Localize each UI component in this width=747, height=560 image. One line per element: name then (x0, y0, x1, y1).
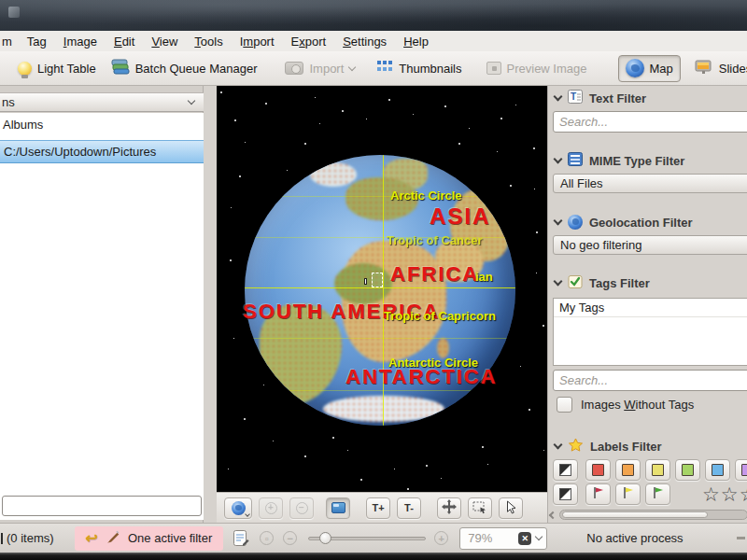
select-region-button[interactable] (468, 497, 492, 519)
chevron-down-icon (188, 97, 195, 105)
preview-image-label: Preview Image (507, 62, 587, 76)
zoom-in-button[interactable]: + (259, 497, 283, 519)
map-label-meridian-fragment: ian (475, 270, 493, 284)
pick-label-rejected-button[interactable] (585, 483, 611, 505)
import-button[interactable]: Import (278, 55, 361, 82)
cut-album-name (1, 533, 3, 544)
thumbnails-increase-button[interactable]: T+ (366, 497, 390, 519)
scroll-left-icon[interactable] (549, 511, 557, 518)
images-without-tags-label: Images Without Tags (581, 398, 694, 412)
labels-filter-scrollbar[interactable] (550, 509, 747, 521)
text-filter-search-input[interactable] (553, 111, 747, 133)
color-label-orange-button[interactable] (615, 459, 641, 481)
pick-label-pending-button[interactable] (615, 483, 641, 505)
zoom-fit-icon[interactable]: ▫ (260, 531, 274, 545)
zoom-out-small-icon[interactable]: − (283, 531, 297, 545)
scrollbar-track[interactable] (559, 510, 747, 520)
active-filter-indicator[interactable]: ↩ One active filter (75, 526, 224, 551)
images-without-tags-checkbox[interactable] (557, 397, 572, 413)
map-view[interactable]: Arctic Circle ASIA Tropic of Cancer AFRI… (217, 86, 547, 492)
equator-line (245, 287, 515, 288)
menu-album-partial[interactable]: m (0, 35, 19, 49)
green-flag-icon (652, 486, 665, 503)
reset-filters-icon[interactable]: ↩ (86, 529, 98, 547)
scrollbar-thumb[interactable] (562, 511, 708, 518)
thumbnails-decrease-button[interactable]: T- (397, 497, 421, 519)
green-swatch (682, 464, 694, 476)
light-table-button[interactable]: Light Table (11, 55, 103, 82)
albums-panel-header[interactable]: ns (0, 92, 204, 112)
starfield (220, 91, 222, 93)
zoom-level-combo[interactable]: 79% ✕ (459, 527, 547, 550)
pan-mode-button[interactable] (437, 497, 461, 519)
thumbnails-grid-icon (377, 60, 393, 77)
map-cursor-marker (372, 273, 383, 287)
color-label-green-button[interactable] (675, 459, 700, 481)
color-label-yellow-button[interactable] (645, 459, 670, 481)
map-theme-button[interactable] (224, 497, 252, 519)
images-icon (331, 502, 345, 513)
map-label-africa: AFRICA (390, 262, 479, 287)
pick-label-none-button[interactable] (553, 483, 578, 505)
slideshow-button[interactable]: Slideshow (688, 55, 747, 82)
pick-labels-row: ☆☆☆ (553, 483, 670, 505)
tree-item-albums-root[interactable]: Albums (0, 113, 204, 135)
preview-image-button[interactable]: Preview Image (480, 55, 594, 82)
menu-tools[interactable]: Tools (186, 35, 231, 49)
main-toolbar: Light Table Batch Queue Manager Import T… (0, 51, 747, 86)
thumbnails-button[interactable]: Thumbnails (371, 55, 468, 82)
show-images-button[interactable] (326, 497, 350, 519)
slider-thumb[interactable] (319, 532, 331, 544)
window-bottom-edge (0, 553, 747, 560)
map-button[interactable]: Map (618, 55, 681, 82)
color-labels-row (553, 459, 747, 481)
zoom-out-button[interactable]: − (289, 497, 314, 519)
labels-filter-header[interactable]: Labels Filter (555, 438, 662, 455)
tree-item-pictures-selected[interactable]: C:/Users/Uptodown/Pictures (0, 140, 204, 163)
menu-view[interactable]: View (143, 35, 186, 49)
menu-image[interactable]: Image (55, 35, 106, 49)
tags-tree[interactable]: My Tags (553, 298, 747, 366)
menu-export[interactable]: Export (283, 35, 335, 49)
clear-zoom-icon[interactable]: ✕ (518, 532, 531, 545)
map-cursor-dash (364, 278, 367, 285)
color-label-purple-button[interactable] (735, 459, 747, 481)
mime-filter-combo[interactable]: All Files (553, 174, 747, 193)
color-label-blue-button[interactable] (705, 459, 730, 481)
zoom-in-small-icon[interactable]: + (434, 531, 448, 545)
menu-help[interactable]: Help (395, 35, 437, 49)
geo-filter-combo[interactable]: No geo filtering (553, 235, 747, 255)
menu-edit[interactable]: Edit (106, 35, 143, 49)
layout-options-icon[interactable] (233, 529, 250, 547)
tags-filter-search-input[interactable] (553, 370, 747, 391)
thumbnail-size-slider[interactable] (308, 537, 426, 540)
preview-image-icon (486, 62, 501, 75)
import-device-icon (285, 62, 303, 75)
chevron-down-icon (535, 533, 543, 540)
landmass-antarctica (323, 396, 444, 422)
batch-queue-manager-button[interactable]: Batch Queue Manager (105, 55, 264, 82)
tags-tree-root[interactable]: My Tags (554, 299, 747, 317)
map-label-antarctica: ANTARCTICA (345, 365, 498, 389)
album-search-input[interactable] (2, 496, 202, 516)
arctic-circle-line (245, 196, 515, 197)
pick-label-accepted-button[interactable] (645, 483, 670, 505)
menu-import[interactable]: Import (232, 35, 283, 49)
mime-type-icon (568, 152, 583, 169)
globe-icon (626, 59, 644, 77)
light-bulb-icon (18, 62, 32, 76)
mime-filter-header[interactable]: MIME Type Filter (555, 152, 684, 169)
tags-filter-header[interactable]: Tags Filter (555, 274, 650, 291)
menu-settings[interactable]: Settings (334, 35, 395, 49)
color-label-red-button[interactable] (585, 459, 611, 481)
mouse-mode-button[interactable] (499, 497, 523, 519)
rating-stars[interactable]: ☆☆☆ (702, 483, 747, 506)
thumbnails-label: Thumbnails (399, 62, 461, 76)
menu-bar: m Tag Image Edit View Tools Import Expor… (0, 31, 747, 51)
chevron-down-icon (554, 277, 563, 287)
map-label: Map (650, 62, 673, 76)
menu-tag[interactable]: Tag (19, 35, 55, 49)
color-label-none-button[interactable] (553, 459, 578, 481)
text-filter-header[interactable]: T Text Filter (555, 90, 646, 106)
geolocation-filter-header[interactable]: Geolocation Filter (555, 214, 693, 231)
